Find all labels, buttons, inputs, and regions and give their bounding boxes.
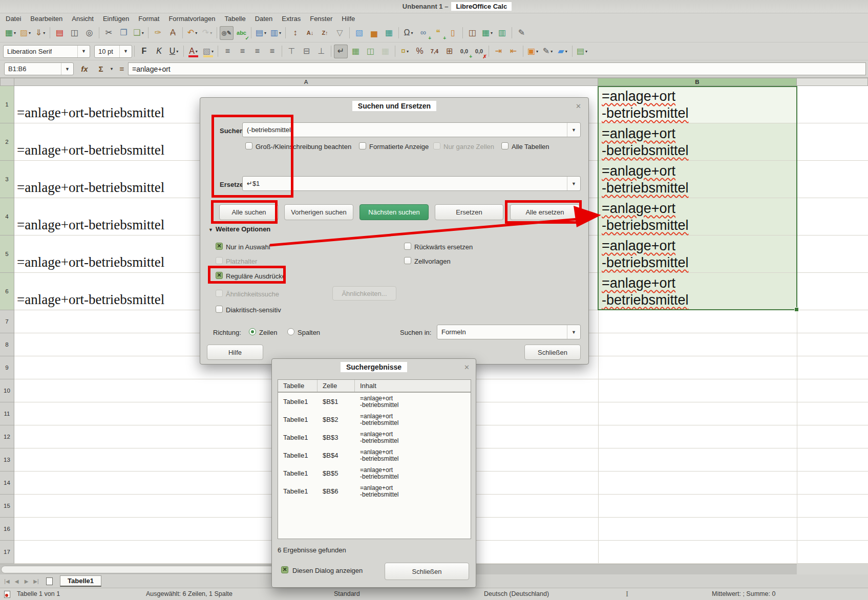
print-icon[interactable]: ◫ xyxy=(68,26,81,40)
underline-icon[interactable]: U▾ xyxy=(167,45,181,58)
status-sheet-position[interactable]: Tabelle 1 von 1 xyxy=(17,590,60,597)
menu-item-bearbeiten[interactable]: Bearbeiten xyxy=(26,14,67,23)
chevron-down-icon[interactable]: ▾ xyxy=(210,31,212,35)
font-size-combobox[interactable]: 10 pt ▼ xyxy=(94,45,132,58)
status-page-style[interactable]: Standard xyxy=(334,590,360,597)
chevron-down-icon[interactable]: ▾ xyxy=(565,49,567,54)
export-pdf-icon[interactable]: ▤ xyxy=(53,26,67,40)
first-sheet-icon[interactable]: |◀ xyxy=(2,578,12,584)
row-header-17[interactable]: 17 xyxy=(0,541,14,564)
result-row-b3[interactable]: Tabelle1$B$3=anlage+ort-betriebsmittel xyxy=(278,428,471,446)
copy-icon[interactable]: ❐ xyxy=(117,26,131,40)
chevron-down-icon[interactable]: ▾ xyxy=(14,31,16,35)
add-decimal-icon[interactable]: 0,0+ xyxy=(457,45,471,58)
paste-icon[interactable]: ❑▾ xyxy=(132,26,145,40)
replace-backwards-checkbox[interactable] xyxy=(404,243,411,250)
replace-all-button[interactable]: Alle ersetzen xyxy=(510,204,580,220)
row-header-9[interactable]: 9 xyxy=(0,356,14,379)
number-format-icon[interactable]: 7,4 xyxy=(428,45,441,58)
row-header-6[interactable]: 6 xyxy=(0,273,14,310)
chevron-down-icon[interactable]: ▾ xyxy=(43,31,45,35)
dialog-titlebar[interactable]: Suchergebnisse xyxy=(272,362,476,372)
insert-sheet-icon[interactable] xyxy=(46,577,53,585)
replace-input[interactable]: ↵$1 ▼ xyxy=(242,176,581,191)
spelling-icon[interactable]: abc✓ xyxy=(235,26,248,40)
insert-hyperlink-icon[interactable]: ∞+ xyxy=(416,26,430,40)
column-header-table[interactable]: Tabelle xyxy=(278,380,317,392)
column-icon[interactable]: ▥▾ xyxy=(269,26,283,40)
chevron-down-icon[interactable]: ▾ xyxy=(536,49,538,54)
select-all-corner[interactable] xyxy=(0,78,14,86)
row-header-13[interactable]: 13 xyxy=(0,448,14,472)
align-bottom-icon[interactable]: ⊥ xyxy=(314,45,328,58)
chevron-down-icon[interactable]: ▾ xyxy=(195,31,197,35)
bold-icon[interactable]: F xyxy=(137,45,151,58)
search-input[interactable]: (-betriebsmittel) ▼ xyxy=(242,122,581,137)
print-preview-icon[interactable]: ◎ xyxy=(82,26,96,40)
row-header-8[interactable]: 8 xyxy=(0,333,14,356)
row-icon[interactable]: ▤▾ xyxy=(254,26,268,40)
column-header-b[interactable]: B xyxy=(598,78,797,86)
window-titlebar[interactable]: Unbenannt 1 – LibreOffice Calc xyxy=(0,0,868,13)
close-icon[interactable]: ✕ xyxy=(576,102,581,110)
row-header-5[interactable]: 5 xyxy=(0,235,14,273)
align-left-icon[interactable]: ≡ xyxy=(221,45,235,58)
search-in-dropdown[interactable]: Formeln ▼ xyxy=(437,325,581,339)
status-summary[interactable]: Mittelwert: ; Summe: 0 xyxy=(712,590,775,597)
show-dialog-checkbox[interactable] xyxy=(281,566,288,573)
chevron-down-icon[interactable]: ▾ xyxy=(211,49,214,54)
sort-icon[interactable]: ↕ xyxy=(288,26,302,40)
other-options-expander[interactable]: ▼Weitere Optionen xyxy=(208,225,270,233)
align-center-icon[interactable]: ≡ xyxy=(236,45,249,58)
chevron-down-icon[interactable]: ▾ xyxy=(109,62,115,75)
date-format-icon[interactable]: ⊞ xyxy=(442,45,456,58)
borders-icon[interactable]: ▣▾ xyxy=(526,45,540,58)
previous-sheet-icon[interactable]: ◀ xyxy=(12,578,22,584)
justified-icon[interactable]: ≡ xyxy=(265,45,279,58)
percent-format-icon[interactable]: % xyxy=(413,45,427,58)
highlighting-color-icon[interactable]: ▧▾ xyxy=(201,45,215,58)
next-sheet-icon[interactable]: ▶ xyxy=(22,578,31,584)
chevron-down-icon[interactable]: ▼ xyxy=(61,63,73,75)
regular-expressions-checkbox[interactable] xyxy=(216,272,223,279)
menu-item-datei[interactable]: Datei xyxy=(1,14,26,23)
save-icon[interactable]: ⇓▾ xyxy=(33,26,47,40)
chevron-down-icon[interactable]: ▾ xyxy=(264,31,266,35)
search-results-list[interactable]: Tabelle Zelle Inhalt Tabelle1$B$1=anlage… xyxy=(278,379,471,539)
row-header-2[interactable]: 2 xyxy=(0,123,14,161)
chevron-down-icon[interactable]: ▾ xyxy=(176,49,178,54)
cell-styles-checkbox[interactable] xyxy=(404,257,411,264)
status-selection-info[interactable]: Ausgewählt: 6 Zeilen, 1 Spalte xyxy=(146,590,232,597)
undo-icon[interactable]: ↶▾ xyxy=(185,26,199,40)
direction-rows-radio[interactable] xyxy=(249,328,256,335)
font-name-combobox[interactable]: Liberation Serif ▼ xyxy=(3,45,90,58)
increase-indent-icon[interactable]: ⇥ xyxy=(492,45,505,58)
result-row-b1[interactable]: Tabelle1$B$1=anlage+ort-betriebsmittel xyxy=(278,393,471,411)
center-vertically-icon[interactable]: ⊟ xyxy=(300,45,313,58)
headers-footers-icon[interactable]: ▯ xyxy=(446,26,460,40)
chevron-down-icon[interactable]: ▼ xyxy=(567,325,580,339)
row-header-1[interactable]: 1 xyxy=(0,86,14,123)
italic-icon[interactable]: K xyxy=(152,45,166,58)
results-close-button[interactable]: Schließen xyxy=(385,563,469,580)
menu-item-extras[interactable]: Extras xyxy=(277,14,305,23)
result-row-b5[interactable]: Tabelle1$B$5=anlage+ort-betriebsmittel xyxy=(278,464,471,482)
all-sheets-checkbox[interactable] xyxy=(501,142,509,149)
status-language[interactable]: Deutsch (Deutschland) xyxy=(484,590,549,597)
column-header-a[interactable]: A xyxy=(14,78,598,86)
decrease-indent-icon[interactable]: ⇤ xyxy=(506,45,520,58)
border-style-icon[interactable]: ✎▾ xyxy=(541,45,555,58)
align-top-icon[interactable]: ⊤ xyxy=(285,45,299,58)
chevron-down-icon[interactable]: ▾ xyxy=(491,31,493,35)
row-header-16[interactable]: 16 xyxy=(0,518,14,541)
replace-button[interactable]: Ersetzen xyxy=(435,204,503,220)
menu-item-hilfe[interactable]: Hilfe xyxy=(337,14,359,23)
formula-input[interactable]: =anlage+ort xyxy=(128,62,866,75)
column-header-partial[interactable] xyxy=(797,78,868,86)
insert-comment-icon[interactable]: ❝+ xyxy=(431,26,445,40)
help-button[interactable]: Hilfe xyxy=(207,345,263,360)
delete-decimal-icon[interactable]: 0,0✗ xyxy=(472,45,486,58)
cut-icon[interactable]: ✂ xyxy=(102,26,116,40)
chevron-down-icon[interactable]: ▾ xyxy=(29,31,31,35)
insert-chart-icon[interactable]: ▅ xyxy=(367,26,381,40)
